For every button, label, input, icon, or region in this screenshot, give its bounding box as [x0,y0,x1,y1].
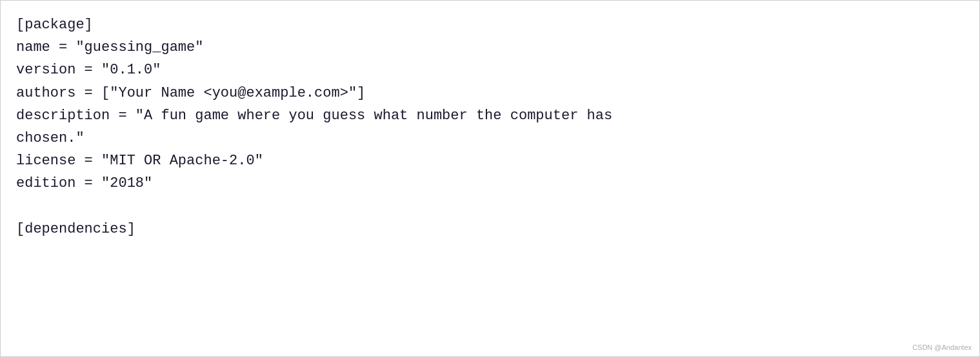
line-10: [dependencies] [16,221,135,237]
line-1: [package] [16,17,93,33]
line-8: edition = "2018" [16,175,152,191]
line-7: license = "MIT OR Apache-2.0" [16,153,263,169]
line-2: name = "guessing_game" [16,39,203,55]
line-5: description = "A fun game where you gues… [16,108,612,124]
line-3: version = "0.1.0" [16,62,161,78]
watermark: CSDN @Andantex [912,343,972,351]
code-container: [package] name = "guessing_game" version… [0,0,980,357]
code-block: [package] name = "guessing_game" version… [16,14,964,240]
line-4: authors = ["Your Name <you@example.com>"… [16,85,365,101]
line-6: chosen." [16,130,85,146]
